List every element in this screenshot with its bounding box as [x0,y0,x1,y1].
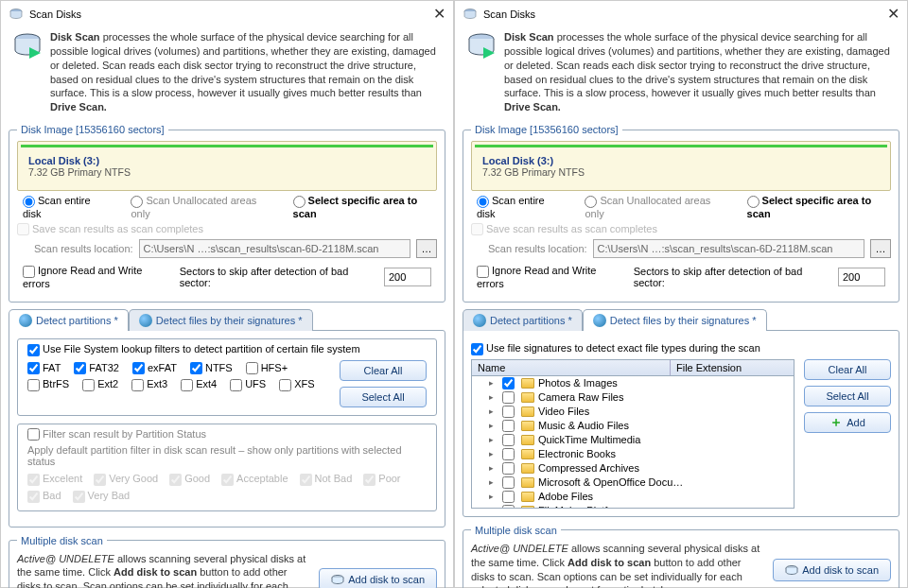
tree-check[interactable] [502,462,515,475]
sectors-skip-input[interactable] [384,268,431,286]
fs-ufs-check[interactable]: UFS [230,378,266,391]
tree-row[interactable]: ▸Photos & Images [472,376,794,390]
results-path-input[interactable] [593,239,864,258]
tree-check[interactable] [502,448,515,460]
tree-check[interactable] [502,406,515,418]
multi-legend: Multiple disk scan [471,525,561,536]
radio-unalloc[interactable]: Scan Unallocated areas only [585,195,720,219]
tree-row[interactable]: ▸Video Files [472,405,794,419]
expand-icon[interactable]: ▸ [489,421,498,430]
tab-partitions[interactable]: Detect partitions * [9,309,129,331]
multi-legend: Multiple disk scan [17,535,107,546]
status-poor-check[interactable]: Poor [363,473,400,486]
ignore-errors-check[interactable]: Ignore Read and Write errors [23,265,170,289]
col-ext[interactable]: File Extension [671,360,794,375]
fs-ntfs-check[interactable]: NTFS [190,362,233,375]
fs-fat32-check[interactable]: FAT32 [74,362,119,375]
status-excelent-check[interactable]: Excelent [27,473,82,486]
expand-icon[interactable]: ▸ [489,435,498,444]
status-good-check[interactable]: Good [169,473,210,486]
radio-entire[interactable]: Scan entire disk [23,195,104,219]
disk-title: Local Disk (3:) [28,155,426,166]
expand-icon[interactable]: ▸ [489,506,498,509]
tree-row[interactable]: ▸Adobe Files [472,490,794,504]
expand-icon[interactable]: ▸ [489,406,498,416]
tree-row[interactable]: ▸Camera Raw Files [472,390,794,405]
fs-exfat-check[interactable]: exFAT [132,362,177,375]
tree-check[interactable] [502,391,515,404]
fs-btrfs-check[interactable]: BtrFS [27,378,69,391]
tab-signatures[interactable]: Detect files by their signatures * [129,309,313,331]
status-very-bad-check[interactable]: Very Bad [73,490,131,503]
disk-box[interactable]: Local Disk (3:) 7.32 GB Primary NTFS [471,141,891,191]
disk-image-legend: Disk Image [15356160 sectors] [471,124,622,135]
folder-icon [521,378,534,389]
close-icon[interactable]: ✕ [433,5,445,23]
radio-unalloc[interactable]: Scan Unallocated areas only [131,195,266,219]
expand-icon[interactable]: ▸ [489,449,498,458]
add-disk-button[interactable]: Add disk to scan [773,559,891,581]
radio-entire[interactable]: Scan entire disk [477,195,558,219]
drive-icon [463,7,478,22]
signatures-tab-icon [593,314,606,327]
expand-icon[interactable]: ▸ [489,492,498,501]
add-button[interactable]: ＋Add [804,412,891,433]
expand-icon[interactable]: ▸ [489,392,498,402]
status-bad-check[interactable]: Bad [27,490,61,503]
radio-specific[interactable]: Select specific area to scan [747,195,885,219]
fs-ext3-check[interactable]: Ext3 [131,378,167,391]
tree-check[interactable] [502,434,515,446]
sectors-skip-label: Sectors to skip after detection of bad s… [180,266,378,288]
expand-icon[interactable]: ▸ [489,378,498,388]
folder-icon [521,463,534,474]
expand-icon[interactable]: ▸ [489,477,498,487]
tree-check[interactable] [502,420,515,432]
tree-row[interactable]: ▸Microsoft & OpenOffice Docu… [472,476,794,490]
add-disk-icon [331,573,344,586]
tree-row[interactable]: ▸Compressed Archives [472,461,794,476]
tree-check[interactable] [502,377,515,389]
fs-ext2-check[interactable]: Ext2 [82,378,118,391]
tree-check[interactable] [502,505,515,509]
sectors-skip-label: Sectors to skip after detection of bad s… [634,266,832,288]
use-filters-check[interactable]: Use File System lookup filters to detect… [27,343,360,356]
status-not-bad-check[interactable]: Not Bad [300,473,353,486]
tree-row[interactable]: ▸FileMaker Platform [472,504,794,509]
fs-fat-check[interactable]: FAT [27,362,61,375]
fs-hfs+-check[interactable]: HFS+ [246,362,288,375]
tab-partitions[interactable]: Detect partitions * [463,309,583,331]
folder-icon [521,435,534,445]
multi-disk-group: Multiple disk scan Active@ UNDELETE allo… [9,535,445,588]
expand-icon[interactable]: ▸ [489,463,498,473]
clear-all-button[interactable]: Clear All [804,359,891,380]
browse-button[interactable]: … [416,239,437,258]
browse-button[interactable]: … [870,239,891,258]
status-acceptable-check[interactable]: Acceptable [221,473,288,486]
tree-check[interactable] [502,476,515,489]
results-path-input[interactable] [139,239,410,258]
clear-all-button[interactable]: Clear All [340,360,427,381]
tree-check[interactable] [502,491,515,503]
fs-xfs-check[interactable]: XFS [279,378,314,391]
sectors-skip-input[interactable] [838,268,885,286]
use-sigs-check[interactable]: Use file signatures to detect exact file… [471,342,760,355]
file-type-tree[interactable]: Name File Extension ▸Photos & Images▸Cam… [471,359,794,509]
radio-specific[interactable]: Select specific area to scan [293,195,431,219]
close-icon[interactable]: ✕ [887,5,899,23]
ignore-errors-check[interactable]: Ignore Read and Write errors [477,265,624,289]
disk-box[interactable]: Local Disk (3:) 7.32 GB Primary NTFS [17,141,437,191]
tree-row[interactable]: ▸Electronic Books [472,447,794,461]
tab-signatures[interactable]: Detect files by their signatures * [583,309,767,331]
add-disk-button[interactable]: Add disk to scan [319,568,437,588]
tree-row[interactable]: ▸QuickTime Multimedia [472,433,794,447]
save-results-check[interactable]: Save scan results as scan completes [471,223,657,236]
status-very-good-check[interactable]: Very Good [94,473,158,486]
select-all-button[interactable]: Select All [804,386,891,406]
save-results-check[interactable]: Save scan results as scan completes [17,223,203,236]
select-all-button[interactable]: Select All [340,387,427,407]
filter-status-check[interactable]: Filter scan result by Partition Status [27,428,206,441]
disk-scan-icon [12,30,43,61]
col-name[interactable]: Name [472,360,671,375]
tree-row[interactable]: ▸Music & Audio Files [472,419,794,433]
fs-ext4-check[interactable]: Ext4 [181,378,217,391]
